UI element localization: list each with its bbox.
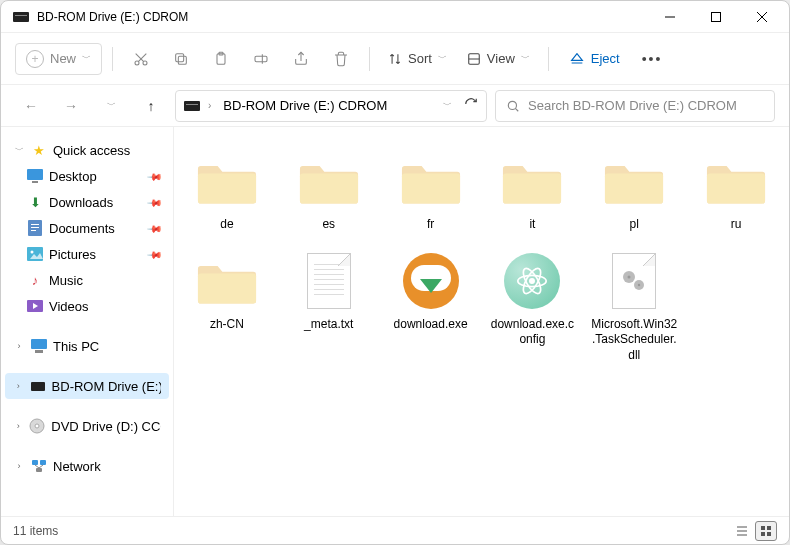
- cut-button[interactable]: [123, 41, 159, 77]
- file-item[interactable]: pl: [585, 143, 683, 239]
- up-button[interactable]: ↑: [135, 90, 167, 122]
- sidebar-music[interactable]: ♪ Music: [5, 267, 169, 293]
- folder-icon: [297, 149, 361, 213]
- star-icon: ★: [31, 142, 47, 158]
- address-bar[interactable]: › BD-ROM Drive (E:) CDROM ﹀: [175, 90, 487, 122]
- sidebar-quick-access[interactable]: ﹀ ★ Quick access: [5, 137, 169, 163]
- search-box[interactable]: [495, 90, 775, 122]
- svg-line-39: [35, 465, 39, 468]
- sidebar-label: DVD Drive (D:) CCCC: [51, 419, 161, 434]
- maximize-button[interactable]: [693, 1, 739, 33]
- sidebar-network[interactable]: › Network: [5, 453, 169, 479]
- window-controls: [647, 1, 785, 33]
- file-item[interactable]: _meta.txt: [280, 243, 378, 370]
- forward-button[interactable]: →: [55, 90, 87, 122]
- eject-button[interactable]: Eject: [559, 45, 630, 73]
- refresh-button[interactable]: [464, 97, 478, 115]
- sort-button[interactable]: Sort ﹀: [380, 45, 455, 72]
- sidebar-pictures[interactable]: Pictures 📌: [5, 241, 169, 267]
- svg-point-47: [628, 275, 631, 278]
- file-item[interactable]: it: [484, 143, 582, 239]
- search-input[interactable]: [528, 98, 764, 113]
- file-item[interactable]: Microsoft.Win32.TaskScheduler.dll: [585, 243, 683, 370]
- pictures-icon: [27, 246, 43, 262]
- sidebar-label: Network: [53, 459, 101, 474]
- desktop-icon: [27, 168, 43, 184]
- sidebar-bdrom[interactable]: › BD-ROM Drive (E:) C: [5, 373, 169, 399]
- close-button[interactable]: [739, 1, 785, 33]
- file-name: es: [322, 217, 335, 233]
- disc-icon: [184, 101, 200, 111]
- svg-point-19: [508, 101, 516, 109]
- expand-icon[interactable]: ›: [13, 341, 25, 351]
- sidebar-label: BD-ROM Drive (E:) C: [52, 379, 161, 394]
- file-item[interactable]: download.exe: [382, 243, 480, 370]
- back-button[interactable]: ←: [15, 90, 47, 122]
- svg-point-44: [530, 278, 534, 282]
- expand-icon[interactable]: ›: [13, 421, 23, 431]
- svg-rect-37: [40, 460, 46, 465]
- svg-rect-38: [36, 468, 42, 472]
- documents-icon: [27, 220, 43, 236]
- window-title: BD-ROM Drive (E:) CDROM: [37, 10, 647, 24]
- videos-icon: [27, 298, 43, 314]
- expand-icon[interactable]: ›: [13, 381, 24, 391]
- sidebar-desktop[interactable]: Desktop 📌: [5, 163, 169, 189]
- file-list[interactable]: deesfritplruzh-CN_meta.txtdownload.exedo…: [174, 127, 789, 516]
- body: ﹀ ★ Quick access Desktop 📌 ⬇ Downloads 📌…: [1, 127, 789, 516]
- sidebar-label: Videos: [49, 299, 89, 314]
- details-view-button[interactable]: [731, 521, 753, 541]
- file-name: download.exe.config: [488, 317, 576, 348]
- download-exe-icon: [399, 249, 463, 313]
- sidebar-this-pc[interactable]: › This PC: [5, 333, 169, 359]
- svg-line-40: [39, 465, 43, 468]
- sidebar-label: Pictures: [49, 247, 96, 262]
- file-name: zh-CN: [210, 317, 244, 333]
- svg-rect-54: [761, 532, 765, 536]
- rename-button[interactable]: [243, 41, 279, 77]
- sidebar-videos[interactable]: Videos: [5, 293, 169, 319]
- paste-button[interactable]: [203, 41, 239, 77]
- file-name: Microsoft.Win32.TaskScheduler.dll: [590, 317, 678, 364]
- chevron-down-icon[interactable]: ﹀: [443, 99, 452, 112]
- sidebar-documents[interactable]: Documents 📌: [5, 215, 169, 241]
- separator: [112, 47, 113, 71]
- eject-label: Eject: [591, 51, 620, 66]
- more-button[interactable]: •••: [634, 51, 671, 67]
- statusbar: 11 items: [1, 516, 789, 544]
- dll-file-icon: [602, 249, 666, 313]
- sidebar-label: Quick access: [53, 143, 130, 158]
- file-item[interactable]: fr: [382, 143, 480, 239]
- sort-icon: [388, 52, 402, 66]
- file-item[interactable]: zh-CN: [178, 243, 276, 370]
- sidebar-downloads[interactable]: ⬇ Downloads 📌: [5, 189, 169, 215]
- collapse-icon[interactable]: ﹀: [13, 144, 25, 157]
- music-icon: ♪: [27, 272, 43, 288]
- folder-icon: [399, 149, 463, 213]
- file-item[interactable]: es: [280, 143, 378, 239]
- sort-label: Sort: [408, 51, 432, 66]
- file-item[interactable]: de: [178, 143, 276, 239]
- eject-icon: [569, 51, 585, 67]
- svg-rect-26: [31, 230, 36, 231]
- new-button[interactable]: + New ﹀: [15, 43, 102, 75]
- file-item[interactable]: download.exe.config: [484, 243, 582, 370]
- recent-dropdown[interactable]: ﹀: [95, 90, 127, 122]
- plus-icon: +: [26, 50, 44, 68]
- config-exe-icon: [500, 249, 564, 313]
- file-name: _meta.txt: [304, 317, 353, 333]
- expand-icon[interactable]: ›: [13, 461, 25, 471]
- copy-button[interactable]: [163, 41, 199, 77]
- file-name: de: [220, 217, 233, 233]
- folder-icon: [704, 149, 768, 213]
- view-button[interactable]: View ﹀: [459, 45, 538, 72]
- file-name: it: [529, 217, 535, 233]
- share-button[interactable]: [283, 41, 319, 77]
- file-item[interactable]: ru: [687, 143, 785, 239]
- new-label: New: [50, 51, 76, 66]
- icons-view-button[interactable]: [755, 521, 777, 541]
- sidebar-dvd[interactable]: › DVD Drive (D:) CCCC: [5, 413, 169, 439]
- minimize-button[interactable]: [647, 1, 693, 33]
- navbar: ← → ﹀ ↑ › BD-ROM Drive (E:) CDROM ﹀: [1, 85, 789, 127]
- delete-button[interactable]: [323, 41, 359, 77]
